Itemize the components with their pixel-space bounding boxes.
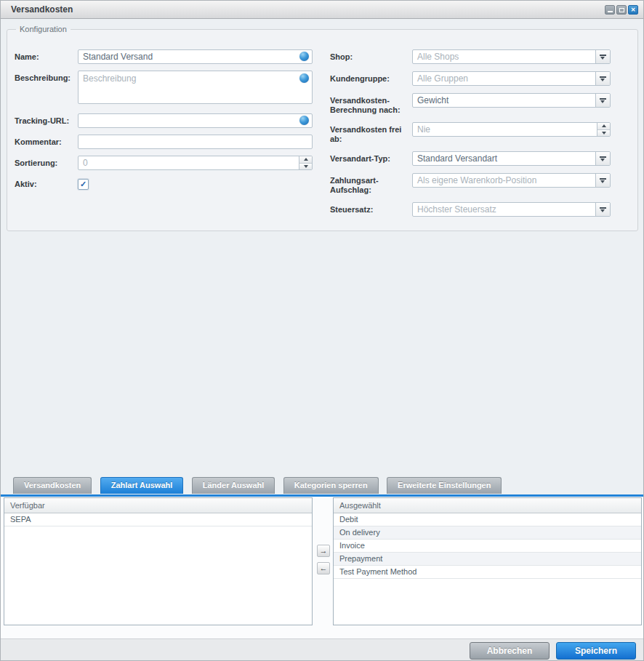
maximize-icon bbox=[619, 8, 624, 12]
spinner-down-button[interactable] bbox=[597, 130, 610, 137]
field-aktiv: Aktiv: ✓ bbox=[15, 177, 313, 190]
tabbar: Versandkosten Zahlart Auswahl Länder Aus… bbox=[1, 477, 643, 494]
selected-header: Ausgewählt bbox=[334, 498, 641, 513]
field-zahlungsart-aufschlag: Zahlungsart-Aufschlag: Als eigene Warenk… bbox=[330, 173, 611, 195]
close-icon: ✕ bbox=[631, 7, 636, 13]
berechnung-label: Versandkosten-Berechnung nach: bbox=[330, 93, 412, 115]
field-beschreibung: Beschreibung: bbox=[15, 71, 313, 107]
tracking-url-input[interactable] bbox=[78, 113, 313, 128]
field-steuersatz: Steuersatz: Höchster Steuersatz bbox=[330, 202, 611, 217]
name-label: Name: bbox=[15, 49, 78, 62]
maximize-button[interactable] bbox=[616, 5, 627, 15]
kundengruppe-label: Kundengruppe: bbox=[330, 71, 412, 84]
versandart-typ-label: Versandart-Typ: bbox=[330, 151, 412, 164]
sortierung-spinner-field[interactable]: 0 bbox=[78, 156, 313, 170]
field-sortierung: Sortierung: 0 bbox=[15, 156, 313, 170]
field-shop: Shop: Alle Shops bbox=[330, 49, 611, 64]
window-title: Versandkosten bbox=[11, 4, 73, 15]
globe-icon[interactable] bbox=[299, 73, 309, 83]
minimize-button[interactable] bbox=[605, 5, 615, 15]
list-item[interactable]: Debit bbox=[334, 513, 641, 526]
spinner-down-button[interactable] bbox=[299, 164, 312, 170]
dropdown-trigger[interactable] bbox=[595, 203, 610, 216]
tab-kategorien-sperren[interactable]: Kategorien sperren bbox=[283, 477, 379, 494]
fieldset-legend: Konfiguration bbox=[16, 25, 71, 33]
list-item[interactable]: SEPA bbox=[4, 513, 312, 526]
tab-versandkosten[interactable]: Versandkosten bbox=[13, 477, 92, 494]
list-item[interactable]: Prepayment bbox=[334, 553, 641, 566]
save-button[interactable]: Speichern bbox=[556, 642, 636, 660]
dropdown-trigger[interactable] bbox=[595, 72, 610, 85]
zahlart-auswahl-panel: Verfügbar SEPA → ← Ausgewählt Debit On d… bbox=[1, 497, 643, 638]
tab-laender-auswahl[interactable]: Länder Auswahl bbox=[192, 477, 275, 494]
tab-zahlart-auswahl[interactable]: Zahlart Auswahl bbox=[100, 477, 184, 494]
move-right-button[interactable]: → bbox=[317, 545, 330, 557]
field-tracking-url: Tracking-URL: bbox=[15, 113, 313, 128]
spinner-up-button[interactable] bbox=[299, 156, 312, 164]
aktiv-checkbox[interactable]: ✓ bbox=[78, 179, 89, 190]
steuersatz-combobox[interactable]: Höchster Steuersatz bbox=[412, 202, 611, 217]
zahlungsart-aufschlag-combobox[interactable]: Als eigene Warenkorb-Position bbox=[412, 173, 611, 188]
tab-erweiterte-einstellungen[interactable]: Erweiterte Einstellungen bbox=[387, 477, 502, 494]
arrow-up-icon bbox=[602, 124, 606, 127]
cancel-button[interactable]: Abbrechen bbox=[470, 642, 550, 660]
field-name: Name: bbox=[15, 49, 313, 64]
shop-combobox[interactable]: Alle Shops bbox=[412, 49, 611, 64]
dropdown-trigger[interactable] bbox=[595, 152, 610, 165]
chevron-down-icon bbox=[600, 54, 606, 60]
window-controls: ✕ bbox=[605, 5, 638, 15]
konfiguration-fieldset: Konfiguration Name: Beschreibung: Tracki… bbox=[7, 25, 638, 231]
frei-ab-label: Versandkosten frei ab: bbox=[330, 122, 412, 144]
globe-icon[interactable] bbox=[299, 116, 309, 125]
chevron-down-icon bbox=[600, 207, 606, 212]
field-frei-ab: Versandkosten frei ab: Nie bbox=[330, 122, 611, 144]
kundengruppe-combobox[interactable]: Alle Gruppen bbox=[412, 71, 611, 86]
chevron-down-icon bbox=[600, 177, 606, 183]
versandkosten-window: Versandkosten ✕ Konfiguration Name: Besc… bbox=[0, 0, 644, 661]
berechnung-combobox[interactable]: Gewicht bbox=[412, 93, 611, 108]
spinner bbox=[299, 156, 312, 169]
available-panel: Verfügbar SEPA bbox=[4, 497, 313, 625]
dropdown-trigger[interactable] bbox=[595, 50, 610, 63]
frei-ab-spinner-field[interactable]: Nie bbox=[412, 122, 611, 137]
steuersatz-label: Steuersatz: bbox=[330, 202, 412, 215]
transfer-buttons: → ← bbox=[317, 545, 330, 574]
list-item[interactable]: Invoice bbox=[334, 540, 641, 553]
config-column-right: Shop: Alle Shops Kundengruppe: Alle Grup… bbox=[330, 49, 611, 224]
arrow-down-icon bbox=[304, 165, 308, 168]
arrow-down-icon bbox=[602, 132, 606, 135]
chevron-down-icon bbox=[600, 156, 606, 161]
aktiv-label: Aktiv: bbox=[15, 177, 78, 189]
shop-label: Shop: bbox=[330, 49, 412, 62]
close-button[interactable]: ✕ bbox=[628, 5, 638, 15]
available-header: Verfügbar bbox=[4, 498, 312, 513]
kommentar-input[interactable] bbox=[78, 135, 313, 149]
field-kundengruppe: Kundengruppe: Alle Gruppen bbox=[330, 71, 611, 86]
globe-icon[interactable] bbox=[299, 52, 309, 61]
checkmark-icon: ✓ bbox=[80, 180, 86, 188]
selected-panel: Ausgewählt Debit On delivery Invoice Pre… bbox=[333, 497, 642, 625]
dropdown-trigger[interactable] bbox=[595, 174, 610, 187]
field-versandart-typ: Versandart-Typ: Standard Versandart bbox=[330, 151, 611, 166]
sortierung-value: 0 bbox=[79, 156, 299, 169]
list-item[interactable]: On delivery bbox=[334, 526, 641, 540]
minimize-icon bbox=[608, 11, 613, 12]
list-item[interactable]: Test Payment Method bbox=[334, 566, 641, 579]
spinner-up-button[interactable] bbox=[597, 123, 610, 130]
name-input[interactable] bbox=[78, 49, 313, 64]
kommentar-label: Kommentar: bbox=[15, 135, 78, 147]
chevron-down-icon bbox=[600, 76, 606, 81]
field-berechnung-nach: Versandkosten-Berechnung nach: Gewicht bbox=[330, 93, 611, 115]
versandart-typ-combobox[interactable]: Standard Versandart bbox=[412, 151, 611, 166]
field-kommentar: Kommentar: bbox=[15, 135, 313, 149]
beschreibung-label: Beschreibung: bbox=[15, 71, 78, 83]
arrow-up-icon bbox=[304, 158, 308, 161]
footer-toolbar: Abbrechen Speichern bbox=[1, 638, 643, 661]
beschreibung-textarea[interactable] bbox=[78, 71, 313, 104]
sortierung-label: Sortierung: bbox=[15, 156, 78, 168]
spinner bbox=[597, 123, 610, 136]
dropdown-trigger[interactable] bbox=[595, 94, 610, 107]
zahlungsart-aufschlag-label: Zahlungsart-Aufschlag: bbox=[330, 173, 412, 195]
chevron-down-icon bbox=[600, 97, 606, 103]
move-left-button[interactable]: ← bbox=[317, 562, 330, 574]
